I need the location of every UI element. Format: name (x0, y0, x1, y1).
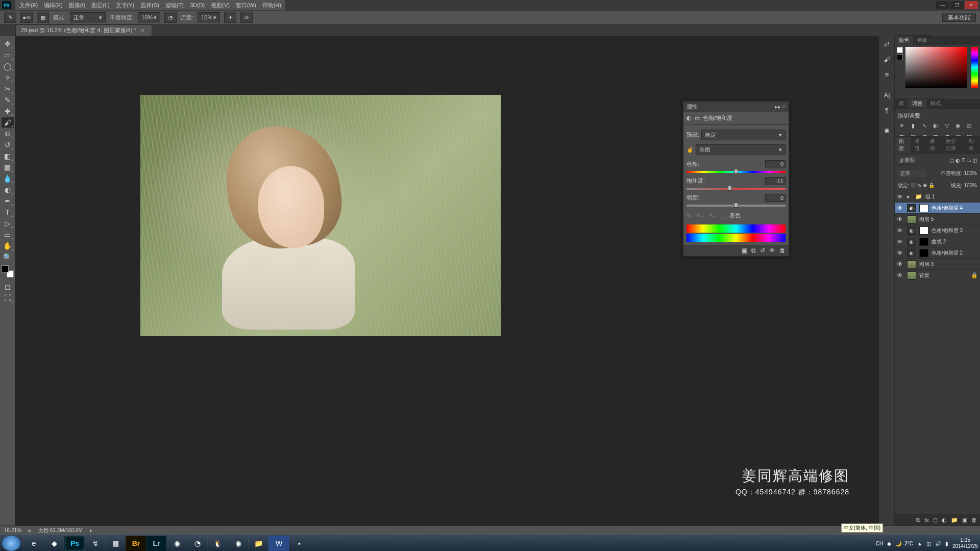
tab-styles[interactable]: 样式 (926, 98, 945, 108)
menu-file[interactable]: 文件(F) (16, 1, 41, 10)
fg-swatch[interactable] (897, 47, 903, 53)
tray-network-icon[interactable]: ◫ (926, 541, 931, 546)
new-adjustment-icon[interactable]: ◐ (942, 517, 947, 523)
adj-colorbalance-icon[interactable]: ⚖ (965, 121, 973, 130)
tray-icon2[interactable]: ▲ (917, 541, 922, 546)
zoom-status[interactable]: 16.21% (4, 528, 21, 533)
visibility-toggle[interactable]: 👁 (897, 205, 904, 212)
lightness-value[interactable]: 0 (765, 194, 786, 202)
document-tab[interactable]: 29.psd @ 16.2% (色相/饱和度 4, 图层蒙版/8) * ✕ (15, 24, 152, 36)
menu-layer[interactable]: 图层(L) (88, 1, 112, 10)
visibility-toggle[interactable]: 👁 (897, 227, 904, 234)
move-tool[interactable]: ✥ (2, 39, 14, 49)
new-layer-icon[interactable]: ▣ (962, 517, 967, 523)
visibility-toggle[interactable]: 👁 (897, 216, 904, 223)
marquee-tool[interactable]: ▭ (2, 50, 14, 60)
healing-tool[interactable]: ✚ (2, 106, 14, 116)
filter-type-icon[interactable]: T (962, 158, 965, 163)
reset-icon[interactable]: ↺ (760, 247, 765, 254)
visibility-toggle[interactable]: 👁 (897, 193, 904, 201)
hue-value[interactable]: 0 (765, 160, 786, 168)
tab-paths[interactable]: 路径 (926, 136, 942, 153)
saturation-slider[interactable] (687, 187, 786, 191)
properties-panel[interactable]: 属性▸▸ ≡ ◐ ▭ 色相/饱和度 预设: 自定▾ ☝ 全图▾ 色相: 0 (683, 101, 789, 257)
hand-tool[interactable]: ✋ (2, 241, 14, 251)
crop-tool[interactable]: ✂ (2, 84, 14, 94)
tab-swatches[interactable]: 色板 (913, 35, 932, 45)
layer-row[interactable]: 👁▸📁组 1 (895, 191, 980, 203)
task-lightroom[interactable]: Lr (146, 536, 166, 551)
properties-panel-title[interactable]: 属性▸▸ ≡ (683, 102, 789, 112)
task-chrome[interactable]: ◉ (228, 536, 248, 551)
delete-icon[interactable]: 🗑 (779, 247, 786, 254)
airbrush-icon[interactable]: ✈ (224, 12, 236, 23)
lasso-tool[interactable]: ◯ (2, 61, 14, 71)
task-explorer[interactable]: 📁 (248, 536, 268, 551)
tab-library[interactable]: 库 (895, 98, 908, 108)
brush-panel-toggle[interactable]: ▦ (37, 12, 49, 23)
tab-actions[interactable]: 动作 (965, 136, 981, 153)
maximize-button[interactable]: ❐ (950, 1, 964, 9)
doc-size-status[interactable]: 文档:63.3M/160.6M (38, 527, 83, 534)
tray-clock[interactable]: 1:052014/12/25 (952, 537, 978, 549)
finger-icon[interactable]: ☝ (687, 146, 694, 153)
fill-input[interactable]: 100% (964, 183, 977, 188)
preset-select[interactable]: 自定▾ (701, 130, 786, 140)
filter-adj-icon[interactable]: ◐ (955, 158, 960, 163)
menu-window[interactable]: 窗口(W) (233, 1, 259, 10)
adj-brightness-icon[interactable]: ☀ (898, 121, 906, 130)
layer-row[interactable]: 👁◐色相/饱和度 4 (895, 203, 980, 214)
menu-view[interactable]: 视图(V) (208, 1, 233, 10)
clip-icon[interactable]: ▣ (742, 247, 747, 254)
task-word[interactable]: W (268, 536, 289, 551)
color-swatches[interactable] (2, 265, 14, 278)
path-select-tool[interactable]: ▷ (2, 218, 14, 229)
adj-vibrance-icon[interactable]: ▽ (943, 121, 951, 130)
blur-tool[interactable]: 💧 (2, 173, 14, 184)
filter-shape-icon[interactable]: ▭ (966, 158, 971, 163)
paragraph-panel-icon[interactable]: ¶ (882, 105, 892, 115)
tab-channels[interactable]: 通道 (911, 136, 926, 153)
pressure-size-icon[interactable]: ⟳ (240, 12, 253, 23)
task-bridge[interactable]: Br (126, 536, 146, 551)
flow-input[interactable]: 10%▾ (198, 12, 220, 22)
adjust-shortcut-icon[interactable]: ✺ (882, 126, 892, 136)
menu-help[interactable]: 帮助(H) (259, 1, 284, 10)
panel-icon[interactable]: ≡ (882, 69, 892, 80)
tab-history[interactable]: 历史记录 (942, 136, 965, 153)
canvas-area[interactable]: 姜同辉高端修图 QQ：454946742 群：98786628 属性▸▸ ≡ ◐… (15, 36, 879, 525)
lightness-slider[interactable] (687, 204, 786, 208)
hue-slider[interactable] (687, 170, 786, 174)
saturation-value[interactable]: -11 (765, 177, 786, 185)
type-tool[interactable]: T (2, 207, 14, 217)
layer-mask-icon[interactable]: ◻ (933, 517, 938, 523)
close-button[interactable]: ✕ (965, 1, 978, 9)
task-app4[interactable]: ◔ (187, 536, 207, 551)
zoom-tool[interactable]: 🔍 (2, 252, 14, 262)
minimize-button[interactable]: — (936, 1, 949, 9)
brush-tool[interactable]: 🖌 (2, 117, 14, 128)
tray-icon[interactable]: ◆ (887, 541, 891, 546)
brush-settings-icon[interactable]: 🖌 (882, 54, 892, 64)
layer-row[interactable]: 👁◐曲线 2 (895, 236, 980, 247)
layer-row[interactable]: 👁图层 5 (895, 214, 980, 225)
task-qq[interactable]: 🐧 (207, 536, 228, 551)
layer-opacity-input[interactable]: 100% (964, 170, 977, 176)
screenmode-toggle[interactable]: ⛶ (2, 293, 14, 303)
blend-mode-select-layers[interactable]: 正常 (898, 169, 926, 178)
visibility-toggle[interactable]: 👁 (897, 249, 904, 257)
layer-row[interactable]: 👁背景🔒 (895, 270, 980, 281)
menu-filter[interactable]: 滤镜(T) (162, 1, 187, 10)
layer-row[interactable]: 👁◐色相/饱和度 2 (895, 247, 980, 259)
task-ie[interactable]: e (23, 536, 44, 551)
tray-signal-icon[interactable]: ▮ (945, 541, 948, 546)
tray-volume-icon[interactable]: 🔊 (935, 541, 941, 546)
pen-tool[interactable]: ✒ (2, 196, 14, 206)
filter-smart-icon[interactable]: ◫ (972, 158, 977, 163)
color-field[interactable] (905, 47, 967, 88)
stamp-tool[interactable]: ⧉ (2, 129, 14, 139)
link-layers-icon[interactable]: ⧉ (916, 517, 920, 523)
gradient-tool[interactable]: ▦ (2, 162, 14, 172)
pressure-opacity-icon[interactable]: ◔ (164, 12, 177, 23)
filter-pixel-icon[interactable]: ▢ (949, 158, 954, 163)
